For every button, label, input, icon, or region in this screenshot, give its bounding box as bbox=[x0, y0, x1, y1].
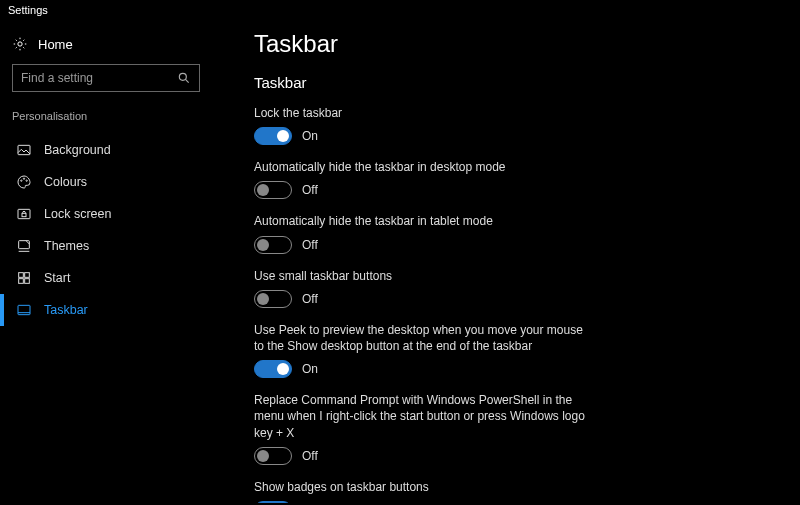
sidebar-item-colours[interactable]: Colours bbox=[12, 166, 210, 198]
svg-rect-7 bbox=[18, 209, 30, 218]
setting-autohide-tablet: Automatically hide the taskbar in tablet… bbox=[254, 213, 780, 253]
svg-rect-13 bbox=[25, 279, 30, 284]
themes-icon bbox=[16, 238, 32, 254]
toggle-autohide-tablet[interactable] bbox=[254, 236, 292, 254]
toggle-state: Off bbox=[302, 183, 318, 197]
search-input[interactable] bbox=[12, 64, 200, 92]
setting-label: Automatically hide the taskbar in deskto… bbox=[254, 159, 594, 175]
search-field[interactable] bbox=[21, 71, 171, 85]
setting-powershell: Replace Command Prompt with Windows Powe… bbox=[254, 392, 780, 465]
sidebar-item-lockscreen[interactable]: Lock screen bbox=[12, 198, 210, 230]
setting-label: Replace Command Prompt with Windows Powe… bbox=[254, 392, 594, 441]
toggle-small-buttons[interactable] bbox=[254, 290, 292, 308]
setting-lock-taskbar: Lock the taskbar On bbox=[254, 105, 780, 145]
picture-icon bbox=[16, 142, 32, 158]
toggle-state: On bbox=[302, 362, 318, 376]
svg-rect-8 bbox=[22, 213, 26, 216]
sidebar: Home Personalisation Background Colours … bbox=[0, 20, 210, 503]
home-label: Home bbox=[38, 37, 73, 52]
setting-label: Automatically hide the taskbar in tablet… bbox=[254, 213, 594, 229]
setting-small-buttons: Use small taskbar buttons Off bbox=[254, 268, 780, 308]
sidebar-item-themes[interactable]: Themes bbox=[12, 230, 210, 262]
setting-label: Use Peek to preview the desktop when you… bbox=[254, 322, 594, 354]
page-title: Taskbar bbox=[254, 30, 780, 58]
svg-point-6 bbox=[26, 180, 27, 181]
toggle-badges[interactable] bbox=[254, 501, 292, 503]
sidebar-item-label: Taskbar bbox=[44, 303, 88, 317]
group-title: Personalisation bbox=[12, 110, 210, 122]
sidebar-item-background[interactable]: Background bbox=[12, 134, 210, 166]
sidebar-item-label: Start bbox=[44, 271, 70, 285]
setting-badges: Show badges on taskbar buttons On bbox=[254, 479, 780, 503]
sidebar-item-label: Colours bbox=[44, 175, 87, 189]
toggle-state: Off bbox=[302, 449, 318, 463]
svg-line-2 bbox=[185, 79, 188, 82]
sidebar-item-taskbar[interactable]: Taskbar bbox=[12, 294, 210, 326]
start-icon bbox=[16, 270, 32, 286]
main-content: Taskbar Taskbar Lock the taskbar On Auto… bbox=[210, 20, 800, 503]
svg-point-1 bbox=[179, 73, 186, 80]
svg-rect-3 bbox=[18, 145, 30, 154]
sidebar-item-label: Themes bbox=[44, 239, 89, 253]
svg-rect-12 bbox=[19, 279, 24, 284]
sidebar-item-start[interactable]: Start bbox=[12, 262, 210, 294]
toggle-powershell[interactable] bbox=[254, 447, 292, 465]
taskbar-icon bbox=[16, 302, 32, 318]
sidebar-item-label: Lock screen bbox=[44, 207, 111, 221]
section-title: Taskbar bbox=[254, 74, 780, 91]
toggle-state: Off bbox=[302, 292, 318, 306]
window-title: Settings bbox=[0, 0, 800, 20]
svg-rect-14 bbox=[18, 305, 30, 314]
toggle-peek[interactable] bbox=[254, 360, 292, 378]
setting-label: Lock the taskbar bbox=[254, 105, 594, 121]
svg-point-4 bbox=[21, 180, 22, 181]
home-button[interactable]: Home bbox=[12, 30, 210, 64]
setting-label: Show badges on taskbar buttons bbox=[254, 479, 594, 495]
toggle-state: On bbox=[302, 129, 318, 143]
svg-point-0 bbox=[18, 42, 22, 46]
setting-autohide-desktop: Automatically hide the taskbar in deskto… bbox=[254, 159, 780, 199]
gear-icon bbox=[12, 36, 28, 52]
svg-rect-10 bbox=[19, 273, 24, 278]
toggle-state: Off bbox=[302, 238, 318, 252]
setting-label: Use small taskbar buttons bbox=[254, 268, 594, 284]
sidebar-item-label: Background bbox=[44, 143, 111, 157]
search-icon bbox=[177, 71, 191, 85]
setting-peek: Use Peek to preview the desktop when you… bbox=[254, 322, 780, 378]
svg-rect-11 bbox=[25, 273, 30, 278]
toggle-lock-taskbar[interactable] bbox=[254, 127, 292, 145]
lockscreen-icon bbox=[16, 206, 32, 222]
svg-point-5 bbox=[23, 178, 24, 179]
palette-icon bbox=[16, 174, 32, 190]
toggle-autohide-desktop[interactable] bbox=[254, 181, 292, 199]
